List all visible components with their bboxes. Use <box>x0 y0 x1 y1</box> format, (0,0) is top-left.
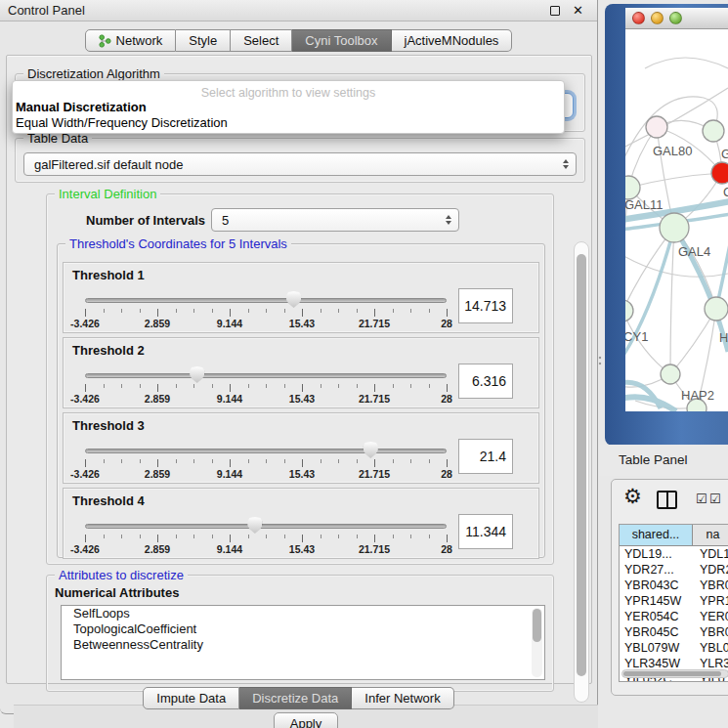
tick-label: 28 <box>441 393 452 405</box>
table-row[interactable]: YBR045CYBR0 <box>620 624 728 640</box>
table-data-combobox[interactable]: galFiltered.sif default node <box>23 152 577 176</box>
threshold-value-field[interactable]: 21.4 <box>458 439 513 474</box>
slider-thumb[interactable] <box>247 517 262 534</box>
node-selected-red[interactable] <box>711 162 728 184</box>
table-data-group: Table Data galFiltered.sif default node <box>15 138 585 183</box>
attribute-list-item[interactable]: BetweennessCentrality <box>62 637 544 653</box>
slider-tick <box>193 459 194 463</box>
table-row[interactable]: YDL19...YDL1 <box>620 546 728 562</box>
slider-tick <box>338 459 339 463</box>
attribute-list-item[interactable]: TopologicalCoefficient <box>62 621 544 637</box>
cell-name[interactable]: YLR3 <box>693 657 728 670</box>
node-h[interactable] <box>705 297 728 321</box>
control-panel-window: Control Panel ✕ NetworkStyleSelectCyni T… <box>0 0 598 714</box>
slider-tick <box>357 384 358 388</box>
cell-name[interactable]: YBL0 <box>693 641 728 655</box>
slider-thumb[interactable] <box>286 291 301 308</box>
node-gcy1[interactable] <box>625 300 633 321</box>
slider-tick <box>410 459 411 463</box>
slider[interactable]: -3.4262.8599.14415.4321.71528 <box>85 489 447 558</box>
scrollbar-thumb[interactable] <box>577 254 586 676</box>
dropdown-option[interactable]: Manual Discretization <box>13 100 564 115</box>
tick-label: 15.43 <box>289 543 315 555</box>
slider[interactable]: -3.4262.8599.14415.4321.71528 <box>85 413 447 483</box>
close-traffic-light[interactable] <box>632 12 645 24</box>
minimize-traffic-light[interactable] <box>651 12 664 24</box>
apply-button[interactable]: Apply <box>274 712 338 728</box>
tab-network[interactable]: Network <box>85 29 177 52</box>
splitter-grip[interactable] <box>597 354 604 366</box>
cell-shared-name[interactable]: YBR045C <box>620 625 693 639</box>
node-g[interactable] <box>703 120 724 142</box>
slider[interactable]: -3.4262.8599.14415.4321.71528 <box>85 338 447 407</box>
node-gal4[interactable] <box>660 213 689 242</box>
slider-tick <box>447 459 448 467</box>
threshold-value-field[interactable]: 6.316 <box>458 364 513 399</box>
slider-track[interactable] <box>85 298 447 303</box>
network-canvas[interactable]: GAL80 G C GAL11 GAL4 GCY1 H HAP2 <box>625 29 728 411</box>
table-row[interactable]: YER054CYER0 <box>620 609 728 624</box>
table-row[interactable]: YPR145WYPR1 <box>620 593 728 609</box>
columns-icon[interactable] <box>657 491 677 509</box>
slider-thumb[interactable] <box>364 442 378 458</box>
node-hap2[interactable] <box>661 364 680 384</box>
checkbox-icon[interactable]: ☑ <box>709 492 721 506</box>
slider-tick <box>447 384 448 392</box>
table-row[interactable]: YBL079WYBL0 <box>620 640 728 656</box>
tab-label: Network <box>116 33 163 48</box>
cell-shared-name[interactable]: YLR345W <box>620 657 693 670</box>
threshold-value-field[interactable]: 11.344 <box>458 514 513 549</box>
gear-icon[interactable]: ⚙ <box>623 485 642 508</box>
cell-shared-name[interactable]: YPR145W <box>620 594 693 608</box>
slider-tick <box>321 384 321 388</box>
slider-tick <box>302 459 303 467</box>
stepper-arrows-icon <box>563 159 569 169</box>
threshold-value-field[interactable]: 14.713 <box>458 288 513 323</box>
checkbox-icon[interactable]: ☑ <box>696 492 707 506</box>
panel-scrollbar[interactable] <box>574 241 589 703</box>
cell-shared-name[interactable]: YDR27... <box>620 563 693 577</box>
tab-style[interactable]: Style <box>176 29 231 52</box>
slider-tick <box>176 459 177 463</box>
slider-track[interactable] <box>85 449 447 453</box>
node-gal11[interactable] <box>625 176 640 199</box>
zoom-traffic-light[interactable] <box>669 12 682 24</box>
tab-infer-network[interactable]: Infer Network <box>352 687 453 709</box>
tick-label: 2.859 <box>145 393 170 405</box>
attribute-list-item[interactable]: SelfLoops <box>62 606 544 621</box>
cell-shared-name[interactable]: YER054C <box>620 610 693 623</box>
tab-jactivemnodules[interactable]: jActiveMNodules <box>392 29 513 52</box>
tab-impute-data[interactable]: Impute Data <box>143 687 239 709</box>
column-header-shared-name[interactable]: shared... <box>620 525 693 545</box>
tab-discretize-data[interactable]: Discretize Data <box>239 687 352 709</box>
table-row[interactable]: YBR043CYBR0 <box>620 578 728 593</box>
tab-cyni-toolbox[interactable]: Cyni Toolbox <box>292 29 391 52</box>
number-of-intervals-spinner[interactable]: 5 <box>211 208 459 232</box>
scrollbar-thumb[interactable] <box>623 671 721 676</box>
table-horizontal-scrollbar[interactable] <box>621 669 728 678</box>
cell-name[interactable]: YPR1 <box>693 594 728 608</box>
list-scrollbar[interactable] <box>532 608 542 677</box>
slider-track[interactable] <box>85 524 447 529</box>
node-label: C <box>723 185 728 199</box>
bottom-tab-bar: Impute DataDiscretize DataInfer Network <box>0 687 597 709</box>
cell-name[interactable]: YDR2 <box>693 563 728 577</box>
dropdown-option[interactable]: Equal Width/Frequency Discretization <box>13 115 564 131</box>
cell-shared-name[interactable]: YBL079W <box>620 641 693 655</box>
cell-name[interactable]: YDL1 <box>693 547 728 561</box>
cell-name[interactable]: YBR0 <box>693 625 728 639</box>
cell-shared-name[interactable]: YBR043C <box>620 578 693 592</box>
cell-name[interactable]: YBR0 <box>693 578 728 592</box>
float-window-icon[interactable] <box>550 6 560 16</box>
node-gal80[interactable] <box>646 116 667 138</box>
table-row[interactable]: YDR27...YDR2 <box>620 562 728 578</box>
column-header-name[interactable]: na <box>693 525 728 545</box>
numerical-attributes-list[interactable]: SelfLoopsTopologicalCoefficientBetweenne… <box>61 605 545 680</box>
cell-name[interactable]: YER0 <box>693 610 728 623</box>
slider-thumb[interactable] <box>190 366 204 383</box>
slider-track[interactable] <box>85 373 447 378</box>
tab-select[interactable]: Select <box>231 29 292 52</box>
close-icon[interactable]: ✕ <box>573 0 583 21</box>
slider[interactable]: -3.4262.8599.14415.4321.71528 <box>85 263 447 332</box>
cell-shared-name[interactable]: YDL19... <box>620 547 693 561</box>
